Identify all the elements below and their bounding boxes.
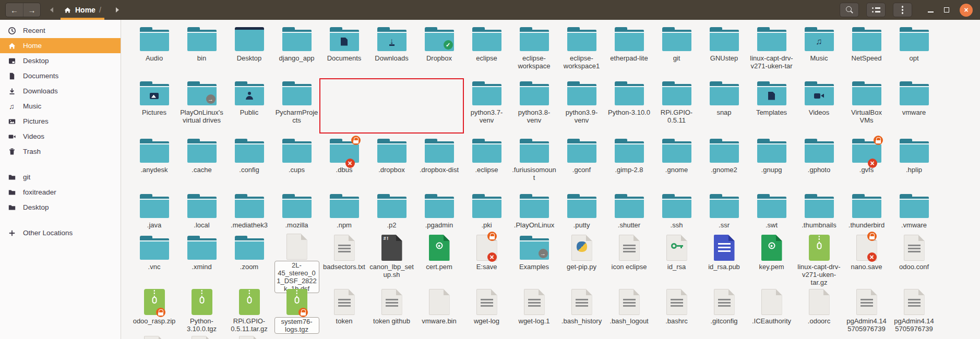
forward-button[interactable]: → [23, 3, 40, 17]
file-item-iceauthority[interactable]: .ICEauthority [748, 287, 795, 334]
folder-item-gnome2[interactable]: .gnome2 [700, 136, 748, 191]
sidebar-item-recent[interactable]: Recent [0, 23, 121, 38]
folder-item-pictures[interactable]: Pictures [130, 78, 178, 136]
folder-item-public[interactable]: Public [225, 78, 273, 136]
folder-item-thumbnails[interactable]: .thumbnails [795, 191, 843, 233]
sidebar-item-trash[interactable]: Trash [0, 144, 121, 159]
folder-item-npm[interactable]: .npm [320, 191, 368, 233]
folder-item-desktop[interactable]: Desktop [225, 24, 273, 78]
folder-item-pgadmin[interactable]: .pgadmin [415, 191, 463, 233]
folder-item-bin[interactable]: bin [178, 24, 225, 78]
file-item-get-pip-py[interactable]: get-pip.py [558, 233, 605, 287]
folder-item-audio[interactable]: Audio [130, 24, 178, 78]
folder-item-gimp-2-8[interactable]: .gimp-2.8 [605, 136, 653, 191]
folder-item-templates[interactable]: Templates [748, 78, 795, 136]
folder-item-etherpad-lite[interactable]: etherpad-lite [605, 24, 653, 78]
file-item-rpi-gpio-0-5-11-tar-gz[interactable]: RPi.GPIO-0.5.11.tar.gz [225, 287, 273, 334]
folder-item-gnustep[interactable]: GNUstep [700, 24, 748, 78]
file-item-psql-history[interactable]: .psql_history [225, 334, 273, 339]
file-item-vmware-bin[interactable]: vmware.bin [415, 287, 463, 334]
file-item-canon-lbp-setup-sh[interactable]: #!canon_lbp_setup.sh [368, 233, 415, 287]
breadcrumb[interactable]: Home / [58, 0, 106, 20]
file-item-pgadmin4-14-5705976739[interactable]: pgAdmin4.14 5705976739 [890, 287, 938, 334]
folder-item-gnome[interactable]: .gnome [653, 136, 700, 191]
folder-item-vmware[interactable]: .vmware [890, 191, 938, 233]
file-item-wget-log[interactable]: wget-log [463, 287, 510, 334]
file-item-icon-eclipse[interactable]: icon eclipse [605, 233, 653, 287]
file-item-bash-history[interactable]: .bash_history [558, 287, 605, 334]
sidebar-item-downloads[interactable]: Downloads [0, 83, 121, 99]
folder-item-furiusisomount[interactable]: .furiusisomount [510, 136, 558, 191]
folder-item-eclipse[interactable]: .eclipse [463, 136, 510, 191]
minimize-button[interactable] [928, 11, 934, 13]
folder-item-downloads[interactable]: ↓Downloads [368, 24, 415, 78]
file-item-odoo-conf[interactable]: odoo.conf [890, 233, 938, 287]
folder-item-git[interactable]: git [653, 24, 700, 78]
sidebar-item-desktop[interactable]: Desktop [0, 200, 121, 215]
file-item-pgadmin4-14-5705976739[interactable]: pgAdmin4.14 5705976739 [843, 287, 890, 334]
file-item-gitconfig[interactable]: .gitconfig [700, 287, 748, 334]
folder-item-mediathek3[interactable]: .mediathek3 [225, 191, 273, 233]
sidebar-item-desktop[interactable]: Desktop [0, 53, 121, 68]
file-item-token-github[interactable]: token github [368, 287, 415, 334]
folder-item-gvfs[interactable]: ×.gvfs [843, 136, 890, 191]
file-item-key-pem[interactable]: key.pem [748, 233, 795, 287]
folder-item-eclipse-workspace[interactable]: eclipse-workspace [510, 24, 558, 78]
folder-item-pycharmprojects[interactable]: PycharmProjects [273, 78, 320, 136]
file-item-e-save[interactable]: ×E:save [463, 233, 510, 287]
folder-item-gphoto[interactable]: .gphoto [795, 136, 843, 191]
folder-item-dropbox[interactable]: .dropbox [368, 136, 415, 191]
file-item-id-rsa-pub[interactable]: id_rsa.pub [700, 233, 748, 287]
sidebar-item-home[interactable]: Home [0, 38, 121, 53]
breadcrumb-chevron-right-icon[interactable] [116, 7, 119, 13]
file-item-pgadmin4-startup-log[interactable]: ~.pgAdmin4.startup.log [130, 334, 178, 339]
file-item-2l-45-stereo-01-dsf-2822k-1b-dsf[interactable]: 2L-45_stereo_01_DSF_2822k_1b.dsf [273, 233, 320, 287]
folder-item-linux-capt-drv-v271-uken-tar[interactable]: linux-capt-drv-v271-uken-tar [748, 24, 795, 78]
file-item-odoorc[interactable]: .odoorc [795, 287, 843, 334]
file-item-bashrc[interactable]: .bashrc [653, 287, 700, 334]
maximize-button[interactable] [944, 7, 949, 13]
folder-item-gnupg[interactable]: .gnupg [748, 136, 795, 191]
folder-item-vmware[interactable]: vmware [890, 78, 938, 136]
sidebar-item-music[interactable]: ♫Music [0, 99, 121, 114]
file-item-linux-capt-drv-v271-uken-tar-gz[interactable]: linux-capt-drv-v271-uken-tar.gz [795, 233, 843, 287]
folder-item-eclipse[interactable]: eclipse [463, 24, 510, 78]
file-item-odoo-rasp-zip[interactable]: odoo_rasp.zip [130, 287, 178, 334]
close-button[interactable]: × [960, 4, 973, 17]
folder-item-local[interactable]: .local [178, 191, 225, 233]
folder-item-thunderbird[interactable]: .thunderbird [843, 191, 890, 233]
folder-item-zoom[interactable]: .zoom [225, 233, 273, 287]
file-item-system76-logs-tgz[interactable]: system76-logs.tgz [273, 287, 320, 334]
sidebar-item-videos[interactable]: Videos [0, 129, 121, 144]
file-item-wget-log-1[interactable]: wget-log.1 [510, 287, 558, 334]
file-item-profile[interactable]: .profile [178, 334, 225, 339]
folder-item-dbus[interactable]: ×.dbus [320, 136, 368, 191]
folder-item-playonlinux-s-virtual-drives[interactable]: →PlayOnLinux's virtual drives [178, 78, 225, 136]
folder-item-cache[interactable]: .cache [178, 136, 225, 191]
folder-item-music[interactable]: ♫Music [795, 24, 843, 78]
menu-button[interactable] [893, 3, 912, 17]
folder-item-java[interactable]: .java [130, 191, 178, 233]
file-item-token[interactable]: token [320, 287, 368, 334]
folder-item-playonlinux[interactable]: .PlayOnLinux [510, 191, 558, 233]
folder-item-python-3-10-0[interactable]: Python-3.10.0 [605, 78, 653, 136]
folder-item-gconf[interactable]: .gconf [558, 136, 605, 191]
folder-item-dropbox[interactable]: ✓Dropbox [415, 24, 463, 78]
folder-item-netspeed[interactable]: NetSpeed [843, 24, 890, 78]
folder-item-putty[interactable]: .putty [558, 191, 605, 233]
breadcrumb-chevron-left-icon[interactable] [50, 7, 53, 13]
folder-item-dropbox-dist[interactable]: .dropbox-dist [415, 136, 463, 191]
folder-item-python3-9-venv[interactable]: python3.9-venv [558, 78, 605, 136]
folder-item-shutter[interactable]: .shutter [605, 191, 653, 233]
folder-item-virtualbox-vms[interactable]: VirtualBox VMs [843, 78, 890, 136]
folder-item-pki[interactable]: .pki [463, 191, 510, 233]
folder-item-mozilla[interactable]: .mozilla [273, 191, 320, 233]
folder-item-xmind[interactable]: .xmind [178, 233, 225, 287]
folder-item-django-app[interactable]: django_app [273, 24, 320, 78]
sidebar-item-documents[interactable]: Documents [0, 68, 121, 83]
folder-item-videos[interactable]: Videos [795, 78, 843, 136]
folder-item-ssr[interactable]: .ssr [700, 191, 748, 233]
folder-item-rpi-gpio-0-5-11[interactable]: RPi.GPIO-0.5.11 [653, 78, 700, 136]
folder-item-python3-8-venv[interactable]: python3.8-venv [510, 78, 558, 136]
folder-item-anydesk[interactable]: .anydesk [130, 136, 178, 191]
